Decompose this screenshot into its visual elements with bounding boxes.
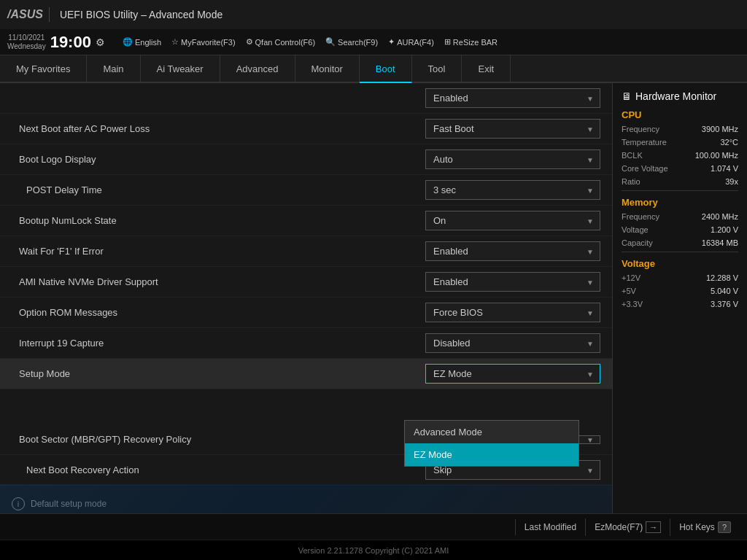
dropdown-arrow-icon: ▼ [587, 94, 594, 102]
setting-row-4: Wait For 'F1' If Error Enabled ▼ [0, 236, 612, 267]
date-sub: 11/10/2021 Wednesday [7, 34, 46, 51]
fan-icon: ⚙ [246, 37, 253, 47]
gear-icon[interactable]: ⚙ [96, 36, 105, 48]
nav-tabs: My Favorites Main Ai Tweaker Advanced Mo… [0, 55, 747, 83]
voltage-section-title: Voltage [622, 258, 738, 269]
version-text: Version 2.21.1278 Copyright (C) 2021 AMI [298, 546, 449, 555]
dropdown-7[interactable]: Disabled ▼ [425, 333, 600, 353]
bios-title: UEFI BIOS Utility – Advanced Mode [60, 9, 222, 20]
dropdown-option-advanced-mode[interactable]: Advanced Mode [405, 421, 578, 443]
dropdown-option-ez-mode[interactable]: EZ Mode [405, 443, 578, 466]
divider-1 [622, 190, 738, 191]
cpu-section-title: CPU [622, 109, 738, 120]
dropdown-arrow-icon: ▼ [587, 217, 594, 225]
dropdown-3[interactable]: On ▼ [425, 211, 600, 230]
v33-row: +3.3V 3.376 V [622, 300, 738, 308]
info-bar: 11/10/2021 Wednesday 19:00 ⚙ 🌐 English ☆… [0, 29, 747, 55]
tab-monitor[interactable]: Monitor [295, 55, 360, 82]
dropdown-popup: Advanced Mode EZ Mode [404, 420, 579, 467]
aura-button[interactable]: ✦ AURA(F4) [388, 37, 434, 47]
mem-voltage-row: Voltage 1.200 V [622, 225, 738, 234]
hardware-monitor-sidebar: 🖥 Hardware Monitor CPU Frequency 3900 MH… [612, 83, 747, 513]
memory-section-title: Memory [622, 197, 738, 208]
dropdown-1[interactable]: Auto ▼ [425, 149, 600, 169]
tab-my-favorites[interactable]: My Favorites [0, 55, 87, 82]
cpu-section: CPU Frequency 3900 MHz Temperature 32°C … [622, 109, 738, 186]
qfan-button[interactable]: ⚙ Qfan Control(F6) [246, 37, 316, 47]
tab-main[interactable]: Main [87, 55, 140, 82]
datetime-block: 11/10/2021 Wednesday 19:00 ⚙ [7, 33, 105, 52]
resize-button[interactable]: ⊞ ReSize BAR [444, 37, 498, 47]
info-icon: i [12, 497, 25, 510]
settings-content: Enabled ▼ Next Boot after AC Power Loss … [0, 83, 612, 513]
dropdown-top[interactable]: Enabled ▼ [425, 88, 600, 108]
header-bar: /ASUS UEFI BIOS Utility – Advanced Mode [0, 0, 747, 29]
setting-row-8: Setup Mode EZ Mode ▼ [0, 359, 612, 389]
dropdown-arrow-icon: ▼ [587, 125, 594, 133]
dropdown-arrow-icon: ▼ [587, 155, 594, 163]
tab-ai-tweaker[interactable]: Ai Tweaker [141, 55, 220, 82]
dropdown-0[interactable]: Fast Boot ▼ [425, 119, 600, 139]
main-layout: Enabled ▼ Next Boot after AC Power Loss … [0, 83, 747, 513]
setting-row-6: Option ROM Messages Force BIOS ▼ [0, 298, 612, 328]
fav-icon: ☆ [171, 37, 179, 47]
voltage-section: Voltage +12V 12.288 V +5V 5.040 V +3.3V … [622, 258, 738, 308]
cpu-bclk-row: BCLK 100.00 MHz [622, 151, 738, 160]
dropdown-arrow-icon: ▼ [587, 247, 594, 255]
ez-mode-button[interactable]: EzMode(F7) → [585, 518, 670, 536]
clock-display: 19:00 [50, 33, 91, 52]
dropdown-arrow-icon: ▼ [587, 278, 594, 286]
mem-freq-row: Frequency 2400 MHz [622, 212, 738, 221]
asus-logo: /ASUS [7, 7, 53, 22]
tab-exit[interactable]: Exit [462, 55, 511, 82]
lang-selector[interactable]: 🌐 English [123, 37, 161, 47]
globe-icon: 🌐 [123, 37, 133, 47]
info-description: Default setup mode [31, 499, 107, 509]
last-modified-button[interactable]: Last Modified [515, 519, 585, 535]
cpu-ratio-row: Ratio 39x [622, 177, 738, 186]
setting-row-3: Bootup NumLock State On ▼ [0, 206, 612, 236]
v5-row: +5V 5.040 V [622, 287, 738, 295]
dropdown-6[interactable]: Force BIOS ▼ [425, 303, 600, 322]
info-text-bar: i Default setup mode [0, 491, 612, 513]
cpu-voltage-row: Core Voltage 1.074 V [622, 164, 738, 173]
setting-row-7: Interrupt 19 Capture Disabled ▼ [0, 328, 612, 359]
dropdown-arrow-icon: ▼ [587, 339, 594, 347]
footer-bar: Last Modified EzMode(F7) → Hot Keys ? [0, 513, 747, 540]
dropdown-arrow-icon: ▼ [587, 370, 594, 378]
hw-monitor-title: 🖥 Hardware Monitor [622, 90, 738, 102]
divider-2 [622, 252, 738, 252]
tab-boot[interactable]: Boot [360, 55, 412, 83]
hot-keys-icon: ? [718, 521, 731, 533]
monitor-icon: 🖥 [622, 90, 632, 102]
tab-advanced[interactable]: Advanced [220, 55, 295, 82]
version-bar: Version 2.21.1278 Copyright (C) 2021 AMI [0, 540, 747, 560]
search-icon: 🔍 [325, 37, 336, 47]
cpu-freq-row: Frequency 3900 MHz [622, 125, 738, 133]
ez-mode-arrow-icon: → [646, 521, 661, 533]
v12-row: +12V 12.288 V [622, 273, 738, 282]
setting-row-0: Next Boot after AC Power Loss Fast Boot … [0, 114, 612, 144]
setting-row-5: AMI Native NVMe Driver Support Enabled ▼ [0, 267, 612, 298]
cpu-temp-row: Temperature 32°C [622, 138, 738, 147]
dropdown-8[interactable]: EZ Mode ▼ [425, 364, 600, 384]
setting-row-2: POST Delay Time 3 sec ▼ [0, 175, 612, 206]
dropdown-arrow-icon: ▼ [587, 466, 594, 474]
tab-tool[interactable]: Tool [412, 55, 462, 82]
dropdown-2[interactable]: 3 sec ▼ [425, 180, 600, 200]
hot-keys-button[interactable]: Hot Keys ? [670, 518, 740, 536]
dropdown-arrow-icon: ▼ [587, 308, 594, 316]
mem-capacity-row: Capacity 16384 MB [622, 238, 738, 247]
setting-row-top: Enabled ▼ [0, 83, 612, 114]
memory-section: Memory Frequency 2400 MHz Voltage 1.200 … [622, 197, 738, 247]
search-button[interactable]: 🔍 Search(F9) [325, 37, 378, 47]
dropdown-arrow-icon: ▼ [587, 186, 594, 194]
dropdown-5[interactable]: Enabled ▼ [425, 272, 600, 292]
resize-icon: ⊞ [444, 37, 451, 47]
dropdown-arrow-icon: ▼ [587, 435, 594, 443]
dropdown-4[interactable]: Enabled ▼ [425, 241, 600, 261]
setting-row-1: Boot Logo Display Auto ▼ [0, 144, 612, 175]
aura-icon: ✦ [388, 37, 395, 47]
myfav-button[interactable]: ☆ MyFavorite(F3) [171, 37, 236, 47]
